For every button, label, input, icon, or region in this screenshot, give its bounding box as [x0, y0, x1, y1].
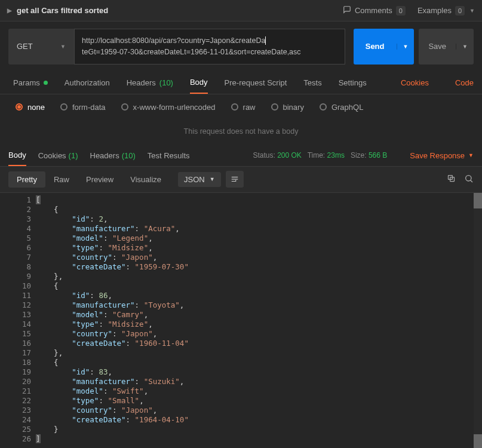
svg-point-4: [466, 175, 471, 180]
view-visualize[interactable]: Visualize: [122, 171, 170, 188]
http-method-select[interactable]: GET ▼: [8, 29, 74, 65]
tab-params[interactable]: Params: [13, 72, 48, 94]
save-button[interactable]: Save ▼: [419, 29, 474, 65]
send-button[interactable]: Send ▼: [354, 29, 415, 65]
comments-button[interactable]: Comments 0: [343, 5, 406, 16]
vertical-scrollbar[interactable]: [474, 193, 482, 449]
body-type-selector: none form-data x-www-form-urlencoded raw…: [0, 94, 482, 120]
resp-tab-body[interactable]: Body: [8, 145, 26, 166]
comments-count: 0: [396, 6, 406, 16]
http-method: GET: [17, 42, 33, 51]
collapse-chevron-icon[interactable]: ▶: [7, 7, 12, 14]
tab-settings[interactable]: Settings: [339, 72, 367, 94]
line-gutter: 1234567891011121314151617181920212223242…: [0, 193, 36, 449]
cookies-link[interactable]: Cookies: [401, 78, 429, 87]
chevron-down-icon: ▼: [469, 8, 475, 14]
wrap-lines-icon[interactable]: [226, 171, 244, 188]
tab-body[interactable]: Body: [190, 72, 208, 94]
response-body-viewer[interactable]: 1234567891011121314151617181920212223242…: [0, 193, 482, 449]
chevron-down-icon: ▼: [60, 44, 66, 50]
response-tabs: Body Cookies (1) Headers (10) Test Resul…: [0, 145, 482, 167]
resp-tab-headers[interactable]: Headers (10): [90, 145, 136, 166]
response-code[interactable]: [ { "id": 2, "manufacturer": "Acura", "m…: [36, 193, 482, 449]
comment-icon: [343, 5, 351, 16]
chevron-down-icon: ▼: [468, 152, 474, 158]
radio-x-www-form-urlencoded[interactable]: x-www-form-urlencoded: [121, 103, 216, 112]
view-pretty[interactable]: Pretty: [8, 171, 45, 188]
params-indicator-dot: [44, 81, 48, 85]
radio-raw[interactable]: raw: [231, 103, 256, 112]
search-icon[interactable]: [464, 174, 474, 185]
tab-authorization[interactable]: Authorization: [65, 72, 110, 94]
save-dropdown[interactable]: ▼: [456, 44, 474, 50]
status-meta: Status: 200 OK Time: 23ms Size: 566 B: [253, 151, 387, 159]
tab-tests[interactable]: Tests: [303, 72, 321, 94]
response-viewer-toolbar: Pretty Raw Preview Visualize JSON ▼: [0, 167, 482, 193]
radio-graphql[interactable]: GraphQL: [320, 103, 363, 112]
chevron-down-icon: ▼: [210, 176, 215, 182]
request-tabs: Params Authorization Headers (10) Body P…: [0, 72, 482, 94]
resp-tab-cookies[interactable]: Cookies (1): [38, 145, 78, 166]
request-title: get all Cars filtred sorted: [17, 6, 108, 15]
save-response-button[interactable]: Save Response ▼: [410, 151, 474, 160]
examples-count: 0: [455, 6, 465, 16]
examples-button[interactable]: Examples 0 ▼: [417, 6, 475, 16]
code-link[interactable]: Code: [455, 78, 474, 87]
view-raw[interactable]: Raw: [45, 171, 78, 188]
comments-label: Comments: [355, 6, 392, 15]
tab-prerequest[interactable]: Pre-request Script: [225, 72, 287, 94]
url-input[interactable]: http://localhost:8080/api/cars?country=J…: [74, 29, 345, 65]
radio-none[interactable]: none: [16, 103, 45, 112]
radio-form-data[interactable]: form-data: [60, 103, 106, 112]
format-select[interactable]: JSON ▼: [178, 172, 221, 187]
radio-binary[interactable]: binary: [271, 103, 304, 112]
request-header: ▶ get all Cars filtred sorted Comments 0…: [0, 0, 482, 22]
send-dropdown[interactable]: ▼: [397, 44, 415, 50]
examples-label: Examples: [417, 6, 452, 15]
empty-body-message: This request does not have a body: [0, 120, 482, 145]
view-preview[interactable]: Preview: [78, 171, 122, 188]
request-line: GET ▼ http://localhost:8080/api/cars?cou…: [0, 22, 482, 72]
tab-headers[interactable]: Headers (10): [127, 72, 173, 94]
copy-icon[interactable]: [447, 174, 456, 185]
resp-tab-test-results[interactable]: Test Results: [148, 145, 190, 166]
svg-line-5: [471, 180, 472, 182]
